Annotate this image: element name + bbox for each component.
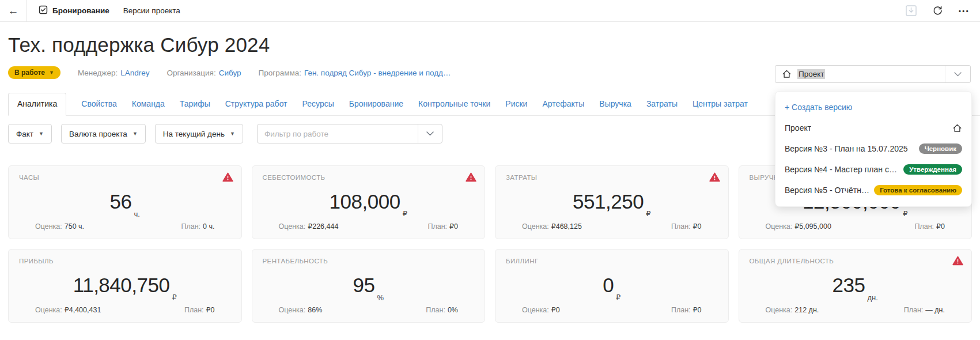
calendar-check-icon (39, 5, 48, 16)
estimate-label: Оценка: (522, 306, 549, 314)
currency-dropdown[interactable]: Валюта проекта ▼ (61, 124, 146, 143)
card-unit: % (377, 293, 384, 306)
estimate-label: Оценка: (766, 306, 793, 314)
tab-resources[interactable]: Ресурсы (302, 93, 334, 115)
tab-team[interactable]: Команда (132, 93, 165, 115)
status-badge-ready: Готова к согласованию (874, 185, 962, 195)
nav-booking[interactable]: Бронирование (39, 5, 109, 16)
tab-booking[interactable]: Бронирование (349, 93, 403, 115)
estimate-value: 212 дн. (794, 306, 819, 314)
more-options-icon[interactable]: ••• (959, 7, 970, 14)
menu-item-label: Проект (785, 123, 811, 133)
estimate-label: Оценка: (279, 306, 306, 314)
plan-label: План: (181, 222, 200, 231)
nav-booking-label: Бронирование (52, 6, 109, 15)
organization-label: Организация: (167, 69, 215, 77)
card-value: 56 (110, 190, 132, 213)
fact-dropdown[interactable]: Факт ▼ (8, 124, 52, 143)
create-version-label: + Создать версию (785, 103, 852, 112)
card-value: 0 (603, 274, 614, 297)
card-unit: ₽ (616, 293, 620, 305)
tab-revenue[interactable]: Выручка (599, 93, 631, 115)
estimate-label: Оценка: (35, 222, 62, 231)
chevron-down-icon[interactable] (945, 66, 970, 82)
card-label: ЗАТРАТЫ (506, 174, 718, 181)
card-total-duration: ОБЩАЯ ДЛИТЕЛЬНОСТЬ 235дн. Оценка:212 дн.… (739, 249, 973, 323)
version-selector-value: Проект (797, 69, 825, 79)
work-filter-input[interactable] (258, 124, 418, 143)
plan-value: ₽0 (449, 222, 458, 231)
card-label: БИЛЛИНГ (506, 258, 718, 265)
chevron-down-icon[interactable] (418, 124, 442, 143)
card-profit: ПРИБЫЛЬ 11,840,750₽ Оценка:₽4,400,431 Пл… (8, 249, 242, 323)
menu-item-version-4[interactable]: Версия №4 - Мастер план соглас... Утверж… (775, 159, 971, 180)
menu-item-label: Версия №4 - Мастер план соглас... (785, 165, 899, 174)
plan-label: План: (904, 306, 924, 314)
caret-down-icon: ▼ (49, 70, 54, 75)
home-icon (952, 123, 962, 133)
fact-dropdown-label: Факт (16, 130, 33, 138)
back-button[interactable]: ← (0, 0, 27, 21)
home-icon (782, 69, 792, 79)
plan-label: План: (184, 306, 204, 314)
sync-icon[interactable] (933, 6, 943, 16)
plan-value: 0 ч. (203, 222, 214, 231)
card-hours: ЧАСЫ 56ч. Оценка:750 ч. План:0 ч. (8, 165, 242, 239)
estimate-value: ₽0 (551, 306, 560, 314)
manager-link[interactable]: LAndrey (120, 69, 149, 77)
status-badge[interactable]: В работе ▼ (8, 66, 60, 79)
tab-analytics[interactable]: Аналитика (8, 93, 66, 116)
work-filter-group (257, 124, 442, 143)
organization-link[interactable]: Сибур (219, 69, 241, 77)
estimate-label: Оценка: (522, 222, 549, 231)
status-badge-label: В работе (14, 69, 45, 77)
tab-properties[interactable]: Свойства (81, 93, 116, 115)
plan-label: План: (914, 222, 934, 231)
plan-value: ₽0 (936, 222, 945, 231)
card-unit: ₽ (403, 209, 407, 222)
estimate-value: ₽468,125 (551, 222, 582, 231)
plan-value: — дн. (925, 306, 945, 314)
estimate-value: ₽4,400,431 (65, 306, 101, 314)
card-label: РЕНТАБЕЛЬНОСТЬ (263, 258, 475, 265)
topbar: ← Бронирование Версии проекта ••• (0, 0, 980, 22)
warning-icon (709, 172, 720, 184)
card-profitability: РЕНТАБЕЛЬНОСТЬ 95% Оценка:86% План:0% (252, 249, 486, 323)
card-label: СЕБЕСТОИМОСТЬ (263, 174, 475, 181)
date-dropdown[interactable]: На текущий день ▼ (155, 124, 243, 143)
estimate-value: ₽226,444 (308, 222, 338, 231)
tab-artifacts[interactable]: Артефакты (542, 93, 584, 115)
topbar-divider (27, 0, 27, 22)
nav-project-versions[interactable]: Версии проекта (123, 6, 180, 15)
menu-item-version-5[interactable]: Версия №5 - Отчётная верс... Готова к со… (775, 180, 971, 201)
warning-icon (952, 256, 963, 268)
caret-down-icon: ▼ (39, 131, 44, 137)
menu-item-version-3[interactable]: Версия №3 - План на 15.07.2025 Черновик (775, 138, 971, 159)
card-label: ОБЩАЯ ДЛИТЕЛЬНОСТЬ (750, 258, 962, 265)
estimate-value: 750 ч. (65, 222, 84, 231)
program-link[interactable]: Ген. подряд Сибур - внедрение и подд… (304, 69, 451, 77)
tab-risks[interactable]: Риски (505, 93, 527, 115)
menu-item-label: Версия №3 - План на 15.07.2025 (785, 144, 908, 153)
create-version-item[interactable]: + Создать версию (775, 97, 971, 118)
date-dropdown-label: На текущий день (163, 130, 225, 138)
download-icon[interactable] (906, 5, 917, 16)
status-badge-draft: Черновик (919, 143, 962, 154)
card-value: 11,840,750 (73, 274, 170, 297)
estimate-label: Оценка: (279, 222, 306, 231)
estimate-label: Оценка: (35, 306, 62, 314)
nav-versions-label: Версии проекта (123, 6, 180, 15)
card-cost: СЕБЕСТОИМОСТЬ 108,000₽ Оценка:₽226,444 П… (252, 165, 486, 239)
estimate-label: Оценка: (766, 222, 793, 231)
plan-value: ₽0 (693, 222, 702, 231)
tab-work-structure[interactable]: Структура работ (225, 93, 287, 115)
tab-costs[interactable]: Затраты (646, 93, 678, 115)
menu-item-project[interactable]: Проект (775, 118, 971, 138)
tab-rates[interactable]: Тарифы (180, 93, 210, 115)
card-unit: ч. (134, 210, 140, 222)
version-selector[interactable]: Проект (775, 65, 971, 83)
tab-cost-centers[interactable]: Центры затрат (693, 93, 748, 115)
tab-milestones[interactable]: Контрольные точки (418, 93, 490, 115)
warning-icon (222, 172, 233, 184)
card-value: 235 (833, 274, 865, 297)
